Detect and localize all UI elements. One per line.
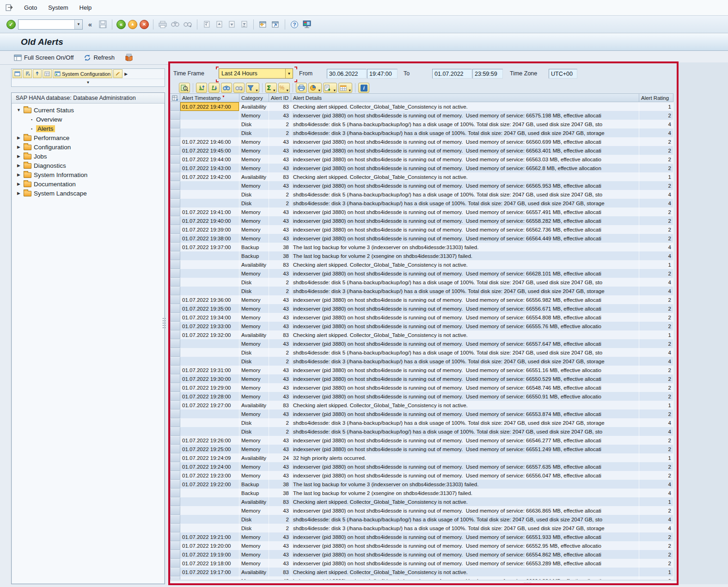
cell-alert-details[interactable]: shdbs4idessde: disk 3 (/hana-backup/back…: [291, 418, 639, 427]
cell-category[interactable]: Memory: [239, 339, 269, 348]
cell-alert-timestamp[interactable]: 01.07.2022 19:25:00: [180, 445, 239, 453]
cell-alert-timestamp[interactable]: 01.07.2022 19:34:00: [180, 313, 239, 322]
row-selector[interactable]: [170, 559, 180, 568]
cell-alert-rating[interactable]: 4: [639, 418, 673, 427]
tree-expand-icon[interactable]: ▶: [16, 182, 21, 186]
row-selector[interactable]: [170, 313, 180, 322]
cell-alert-rating[interactable]: 1: [639, 497, 673, 506]
cell-alert-rating[interactable]: 2: [639, 550, 673, 559]
from-time-field[interactable]: 19:47:00: [367, 69, 398, 79]
first-page-icon[interactable]: [202, 19, 212, 30]
cell-alert-id[interactable]: 43: [269, 304, 291, 313]
column-header-alert-rating[interactable]: Alert Rating: [639, 93, 673, 102]
row-selector[interactable]: [170, 480, 180, 489]
row-selector[interactable]: [170, 410, 180, 418]
cell-alert-details[interactable]: Checking alert skipped. Collector_Global…: [291, 330, 639, 339]
cell-alert-id[interactable]: 83: [269, 497, 291, 506]
cell-alert-rating[interactable]: 1: [639, 568, 673, 576]
table-row[interactable]: 01.07.2022 19:25:00Memory43indexserver (…: [170, 445, 673, 453]
tree-toolbar-collapse-handle[interactable]: ▼: [12, 79, 165, 86]
cell-alert-details[interactable]: indexserver (pid 3880) on host shdbs4ide…: [291, 234, 639, 243]
row-selector[interactable]: [170, 111, 180, 120]
tree-item-system-information[interactable]: ▶System Information: [12, 170, 165, 179]
cell-alert-rating[interactable]: 2: [639, 181, 673, 190]
cell-alert-id[interactable]: 83: [269, 102, 291, 111]
row-selector[interactable]: [170, 453, 180, 462]
table-row[interactable]: 01.07.2022 19:41:00Memory43indexserver (…: [170, 208, 673, 216]
table-row[interactable]: Disk2shdbs4idessde: disk 5 (/hana-backup…: [170, 427, 673, 436]
table-row[interactable]: 01.07.2022 19:30:00Memory43indexserver (…: [170, 374, 673, 383]
row-selector[interactable]: [170, 515, 180, 524]
cell-category[interactable]: Memory: [239, 269, 269, 278]
cell-alert-timestamp[interactable]: [180, 497, 239, 506]
cell-category[interactable]: Disk: [239, 515, 269, 524]
cell-alert-details[interactable]: indexserver (pid 3880) on host shdbs4ide…: [291, 576, 639, 580]
cell-alert-rating[interactable]: 2: [639, 436, 673, 445]
cell-alert-timestamp[interactable]: [180, 576, 239, 580]
cell-alert-details[interactable]: indexserver (pid 3880) on host shdbs4ide…: [291, 392, 639, 401]
column-header-alert-timestamp[interactable]: Alert Timestamp ▼: [180, 93, 239, 102]
tree-item-performance[interactable]: ▶Performance: [12, 133, 165, 142]
cell-alert-timestamp[interactable]: [180, 489, 239, 497]
row-selector[interactable]: [170, 278, 180, 287]
cell-alert-details[interactable]: The last log backup for volume 2 (xsengi…: [291, 489, 639, 497]
menu-help[interactable]: Help: [75, 3, 97, 12]
cell-alert-id[interactable]: 2: [269, 418, 291, 427]
row-selector[interactable]: [170, 225, 180, 234]
cell-alert-timestamp[interactable]: [180, 120, 239, 128]
table-row[interactable]: 01.07.2022 19:24:00Memory43indexserver (…: [170, 462, 673, 471]
documentation-button[interactable]: [125, 54, 133, 61]
cell-alert-timestamp[interactable]: [180, 357, 239, 366]
cell-alert-rating[interactable]: 2: [639, 322, 673, 330]
cell-alert-details[interactable]: indexserver (pid 3880) on host shdbs4ide…: [291, 216, 639, 225]
alv-find-next-button[interactable]: [233, 83, 245, 93]
cell-category[interactable]: Memory: [239, 313, 269, 322]
cell-category[interactable]: Availability: [239, 568, 269, 576]
table-row[interactable]: Disk2shdbs4idessde: disk 5 (/hana-backup…: [170, 190, 673, 199]
cell-alert-id[interactable]: 38: [269, 480, 291, 489]
table-row[interactable]: Memory43indexserver (pid 3880) on host s…: [170, 506, 673, 515]
table-row[interactable]: 01.07.2022 19:32:00Availability83Checkin…: [170, 330, 673, 339]
cell-alert-details[interactable]: Checking alert skipped. Collector_Global…: [291, 497, 639, 506]
table-row[interactable]: 01.07.2022 19:20:00Memory43indexserver (…: [170, 541, 673, 550]
cell-alert-details[interactable]: shdbs4idessde: disk 3 (/hana-backup/back…: [291, 524, 639, 532]
customize-layout-icon[interactable]: [302, 19, 312, 30]
row-selector[interactable]: [170, 401, 180, 410]
cell-alert-details[interactable]: indexserver (pid 3880) on host shdbs4ide…: [291, 313, 639, 322]
cell-category[interactable]: Memory: [239, 383, 269, 392]
cell-alert-rating[interactable]: 2: [639, 366, 673, 374]
find-icon[interactable]: [170, 19, 180, 30]
cell-alert-rating[interactable]: 1: [639, 172, 673, 181]
time-zone-field[interactable]: UTC+00: [549, 69, 577, 79]
toolbar-overflow-icon[interactable]: ▶: [124, 72, 128, 76]
cell-alert-details[interactable]: indexserver (pid 3880) on host shdbs4ide…: [291, 374, 639, 383]
row-selector[interactable]: [170, 524, 180, 532]
cell-category[interactable]: Memory: [239, 410, 269, 418]
time-frame-dropdown[interactable]: Last 24 Hours ▼: [219, 68, 293, 79]
table-row[interactable]: Memory43indexserver (pid 3880) on host s…: [170, 410, 673, 418]
table-row[interactable]: 01.07.2022 19:39:00Memory43indexserver (…: [170, 225, 673, 234]
cell-alert-rating[interactable]: 4: [639, 480, 673, 489]
cell-category[interactable]: Disk: [239, 418, 269, 427]
table-row[interactable]: 01.07.2022 19:27:00Availability83Checkin…: [170, 401, 673, 410]
cell-alert-rating[interactable]: 2: [639, 374, 673, 383]
row-selector[interactable]: [170, 550, 180, 559]
create-shortcut-icon[interactable]: [270, 19, 281, 30]
table-row[interactable]: Disk2shdbs4idessde: disk 3 (/hana-backup…: [170, 418, 673, 427]
cell-alert-timestamp[interactable]: 01.07.2022 19:33:00: [180, 322, 239, 330]
table-row[interactable]: 01.07.2022 19:40:00Memory43indexserver (…: [170, 216, 673, 225]
tree-item-overview[interactable]: ·Overview: [12, 115, 165, 124]
tree-expand-icon[interactable]: ▶: [16, 191, 21, 196]
cell-alert-timestamp[interactable]: 01.07.2022 19:24:00: [180, 462, 239, 471]
cell-alert-id[interactable]: 2: [269, 278, 291, 287]
cell-alert-id[interactable]: 43: [269, 506, 291, 515]
cell-alert-timestamp[interactable]: [180, 410, 239, 418]
row-selector[interactable]: [170, 541, 180, 550]
cell-alert-rating[interactable]: 2: [639, 506, 673, 515]
menu-goto[interactable]: Goto: [19, 3, 42, 12]
cell-alert-rating[interactable]: 2: [639, 576, 673, 580]
table-row[interactable]: 01.07.2022 19:36:00Memory43indexserver (…: [170, 295, 673, 304]
cell-alert-timestamp[interactable]: 01.07.2022 19:45:00: [180, 146, 239, 155]
previous-page-icon[interactable]: [214, 19, 224, 30]
calendar-view-button[interactable]: [43, 69, 52, 78]
